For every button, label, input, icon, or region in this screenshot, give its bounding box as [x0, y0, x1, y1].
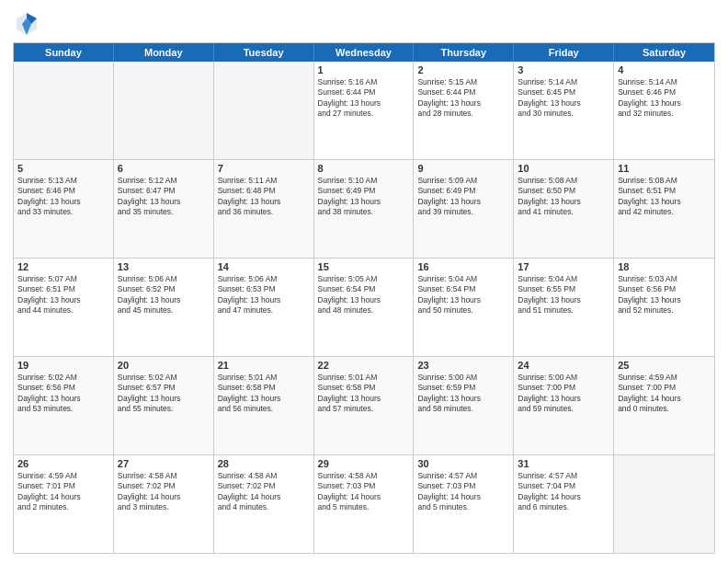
day-number: 20	[118, 360, 210, 371]
cell-day-23: 23Sunrise: 5:00 AM Sunset: 6:59 PM Dayli…	[414, 357, 514, 454]
cell-info: Sunrise: 5:00 AM Sunset: 7:00 PM Dayligh…	[518, 373, 609, 415]
cell-day-28: 28Sunrise: 4:58 AM Sunset: 7:02 PM Dayli…	[214, 455, 314, 553]
cell-info: Sunrise: 5:11 AM Sunset: 6:48 PM Dayligh…	[218, 176, 310, 218]
day-number: 16	[417, 261, 509, 272]
calendar-body: 1Sunrise: 5:16 AM Sunset: 6:44 PM Daylig…	[14, 62, 714, 553]
day-number: 7	[218, 163, 310, 174]
cell-info: Sunrise: 5:06 AM Sunset: 6:53 PM Dayligh…	[218, 274, 310, 316]
cell-day-2: 2Sunrise: 5:15 AM Sunset: 6:44 PM Daylig…	[414, 62, 514, 159]
cell-info: Sunrise: 5:04 AM Sunset: 6:54 PM Dayligh…	[417, 274, 509, 316]
header-day-tuesday: Tuesday	[214, 43, 314, 62]
day-number: 25	[618, 360, 711, 371]
day-number: 18	[618, 261, 711, 272]
day-number: 26	[17, 458, 109, 469]
day-number: 6	[118, 163, 210, 174]
cell-day-17: 17Sunrise: 5:04 AM Sunset: 6:55 PM Dayli…	[514, 259, 614, 356]
cell-day-19: 19Sunrise: 5:02 AM Sunset: 6:56 PM Dayli…	[14, 357, 114, 454]
day-number: 12	[17, 261, 109, 272]
cell-day-21: 21Sunrise: 5:01 AM Sunset: 6:58 PM Dayli…	[214, 357, 314, 454]
cell-info: Sunrise: 5:08 AM Sunset: 6:50 PM Dayligh…	[518, 176, 609, 218]
header-day-sunday: Sunday	[14, 43, 114, 62]
cell-day-22: 22Sunrise: 5:01 AM Sunset: 6:58 PM Dayli…	[314, 357, 415, 454]
cell-info: Sunrise: 4:58 AM Sunset: 7:02 PM Dayligh…	[218, 471, 310, 513]
cell-info: Sunrise: 5:02 AM Sunset: 6:57 PM Dayligh…	[118, 373, 210, 415]
day-number: 15	[318, 261, 410, 272]
day-number: 1	[318, 64, 410, 75]
cell-info: Sunrise: 5:09 AM Sunset: 6:49 PM Dayligh…	[417, 176, 509, 218]
cell-info: Sunrise: 5:06 AM Sunset: 6:52 PM Dayligh…	[118, 274, 210, 316]
cell-day-16: 16Sunrise: 5:04 AM Sunset: 6:54 PM Dayli…	[414, 259, 514, 356]
cell-info: Sunrise: 5:03 AM Sunset: 6:56 PM Dayligh…	[618, 274, 711, 316]
day-number: 2	[417, 64, 509, 75]
cell-info: Sunrise: 4:57 AM Sunset: 7:04 PM Dayligh…	[518, 471, 609, 513]
cell-empty	[614, 455, 714, 553]
cell-info: Sunrise: 5:05 AM Sunset: 6:54 PM Dayligh…	[318, 274, 410, 316]
cell-day-4: 4Sunrise: 5:14 AM Sunset: 6:46 PM Daylig…	[614, 62, 714, 159]
cell-day-7: 7Sunrise: 5:11 AM Sunset: 6:48 PM Daylig…	[214, 160, 314, 258]
cell-empty	[114, 62, 214, 159]
cell-info: Sunrise: 5:07 AM Sunset: 6:51 PM Dayligh…	[17, 274, 109, 316]
cell-day-12: 12Sunrise: 5:07 AM Sunset: 6:51 PM Dayli…	[14, 259, 114, 356]
cell-empty	[214, 62, 314, 159]
cell-day-9: 9Sunrise: 5:09 AM Sunset: 6:49 PM Daylig…	[414, 160, 514, 258]
cell-day-15: 15Sunrise: 5:05 AM Sunset: 6:54 PM Dayli…	[314, 259, 415, 356]
cell-day-14: 14Sunrise: 5:06 AM Sunset: 6:53 PM Dayli…	[214, 259, 314, 356]
cell-info: Sunrise: 5:02 AM Sunset: 6:56 PM Dayligh…	[17, 373, 109, 415]
cell-info: Sunrise: 5:14 AM Sunset: 6:46 PM Dayligh…	[618, 77, 711, 120]
cell-day-8: 8Sunrise: 5:10 AM Sunset: 6:49 PM Daylig…	[314, 160, 415, 258]
cell-info: Sunrise: 4:59 AM Sunset: 7:01 PM Dayligh…	[17, 471, 109, 513]
cell-day-20: 20Sunrise: 5:02 AM Sunset: 6:57 PM Dayli…	[114, 357, 214, 454]
header	[13, 9, 715, 37]
cell-info: Sunrise: 5:10 AM Sunset: 6:49 PM Dayligh…	[318, 176, 410, 218]
cell-day-1: 1Sunrise: 5:16 AM Sunset: 6:44 PM Daylig…	[314, 62, 415, 159]
cell-info: Sunrise: 4:59 AM Sunset: 7:00 PM Dayligh…	[618, 373, 711, 415]
day-number: 13	[118, 261, 210, 272]
cell-day-13: 13Sunrise: 5:06 AM Sunset: 6:52 PM Dayli…	[114, 259, 214, 356]
calendar-row-0: 1Sunrise: 5:16 AM Sunset: 6:44 PM Daylig…	[14, 62, 714, 160]
cell-info: Sunrise: 4:58 AM Sunset: 7:03 PM Dayligh…	[318, 471, 410, 513]
header-day-friday: Friday	[514, 43, 614, 62]
day-number: 24	[518, 360, 609, 371]
cell-day-10: 10Sunrise: 5:08 AM Sunset: 6:50 PM Dayli…	[514, 160, 614, 258]
day-number: 14	[218, 261, 310, 272]
cell-info: Sunrise: 5:01 AM Sunset: 6:58 PM Dayligh…	[318, 373, 410, 415]
cell-info: Sunrise: 5:14 AM Sunset: 6:45 PM Dayligh…	[518, 77, 609, 120]
day-number: 31	[518, 458, 609, 469]
cell-day-26: 26Sunrise: 4:59 AM Sunset: 7:01 PM Dayli…	[14, 455, 114, 553]
cell-info: Sunrise: 5:01 AM Sunset: 6:58 PM Dayligh…	[218, 373, 310, 415]
cell-empty	[14, 62, 114, 159]
day-number: 4	[618, 64, 711, 75]
cell-day-5: 5Sunrise: 5:13 AM Sunset: 6:46 PM Daylig…	[14, 160, 114, 258]
calendar-header: SundayMondayTuesdayWednesdayThursdayFrid…	[14, 43, 714, 62]
cell-info: Sunrise: 5:15 AM Sunset: 6:44 PM Dayligh…	[417, 77, 509, 120]
day-number: 23	[417, 360, 509, 371]
calendar-row-1: 5Sunrise: 5:13 AM Sunset: 6:46 PM Daylig…	[14, 160, 714, 259]
cell-day-6: 6Sunrise: 5:12 AM Sunset: 6:47 PM Daylig…	[114, 160, 214, 258]
cell-day-31: 31Sunrise: 4:57 AM Sunset: 7:04 PM Dayli…	[514, 455, 614, 553]
cell-info: Sunrise: 5:08 AM Sunset: 6:51 PM Dayligh…	[618, 176, 711, 218]
cell-info: Sunrise: 5:00 AM Sunset: 6:59 PM Dayligh…	[417, 373, 509, 415]
header-day-thursday: Thursday	[414, 43, 514, 62]
calendar-row-4: 26Sunrise: 4:59 AM Sunset: 7:01 PM Dayli…	[14, 455, 714, 553]
day-number: 19	[17, 360, 109, 371]
day-number: 30	[417, 458, 509, 469]
cell-day-30: 30Sunrise: 4:57 AM Sunset: 7:03 PM Dayli…	[414, 455, 514, 553]
logo-icon	[13, 9, 40, 37]
calendar-row-2: 12Sunrise: 5:07 AM Sunset: 6:51 PM Dayli…	[14, 259, 714, 357]
day-number: 29	[318, 458, 410, 469]
day-number: 11	[618, 163, 711, 174]
day-number: 8	[318, 163, 410, 174]
day-number: 28	[218, 458, 310, 469]
header-day-wednesday: Wednesday	[314, 43, 415, 62]
day-number: 9	[417, 163, 509, 174]
cell-day-25: 25Sunrise: 4:59 AM Sunset: 7:00 PM Dayli…	[614, 357, 714, 454]
page: SundayMondayTuesdayWednesdayThursdayFrid…	[0, 0, 728, 563]
cell-day-3: 3Sunrise: 5:14 AM Sunset: 6:45 PM Daylig…	[514, 62, 614, 159]
calendar: SundayMondayTuesdayWednesdayThursdayFrid…	[13, 42, 715, 554]
header-day-saturday: Saturday	[614, 43, 714, 62]
day-number: 3	[518, 64, 609, 75]
calendar-row-3: 19Sunrise: 5:02 AM Sunset: 6:56 PM Dayli…	[14, 357, 714, 455]
cell-info: Sunrise: 5:13 AM Sunset: 6:46 PM Dayligh…	[17, 176, 109, 218]
cell-day-29: 29Sunrise: 4:58 AM Sunset: 7:03 PM Dayli…	[314, 455, 415, 553]
day-number: 27	[118, 458, 210, 469]
